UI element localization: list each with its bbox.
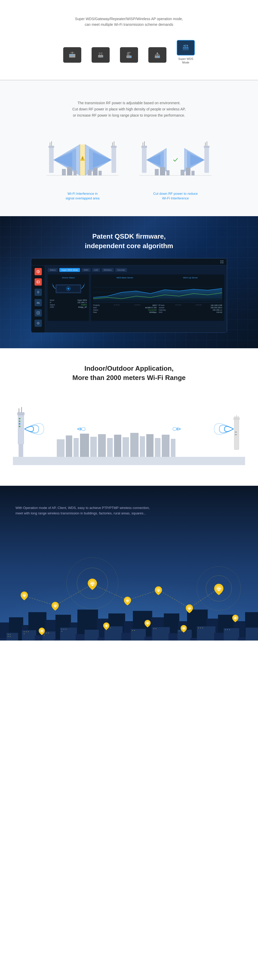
svg-rect-147	[145, 636, 153, 641]
svg-rect-94	[98, 434, 106, 457]
rf-diagram-1-svg: !	[46, 132, 119, 188]
sidebar-dot-3	[35, 289, 42, 296]
repeater-mode-icon-box	[92, 47, 110, 63]
sidebar-dot-5	[35, 309, 42, 317]
svg-rect-54	[160, 167, 165, 175]
svg-rect-40	[73, 170, 76, 175]
svg-rect-104	[13, 457, 245, 465]
svg-rect-99	[140, 436, 145, 457]
ui-corner-icon	[220, 260, 224, 264]
svg-rect-25	[185, 48, 186, 48]
svg-rect-92	[80, 434, 89, 457]
svg-rect-1	[70, 55, 71, 56]
svg-rect-101	[155, 438, 161, 457]
svg-point-200	[189, 609, 190, 610]
svg-rect-180	[156, 628, 156, 629]
svg-rect-97	[123, 437, 129, 457]
svg-rect-177	[132, 630, 133, 631]
svg-rect-152	[197, 626, 215, 641]
sidebar-dot-4	[35, 299, 42, 306]
svg-rect-96	[114, 435, 121, 457]
svg-rect-163	[28, 632, 29, 632]
ui-main-area: Device Status	[48, 274, 224, 321]
svg-rect-13	[127, 53, 129, 56]
svg-rect-57	[186, 168, 190, 175]
sidebar-icon-3	[37, 291, 40, 294]
svg-point-194	[92, 585, 93, 586]
wds-updata-row-2: Subnet255.255.255.0	[159, 307, 222, 309]
wisp-mode-icon-box	[120, 47, 138, 63]
svg-point-87	[19, 423, 21, 425]
svg-rect-166	[46, 633, 47, 633]
mode-item-super-wds: Super WDSMode	[173, 38, 199, 65]
svg-rect-95	[107, 438, 113, 457]
city-svg	[0, 550, 258, 641]
svg-rect-55	[166, 170, 169, 175]
svg-rect-160	[10, 636, 11, 636]
svg-rect-171	[65, 629, 66, 629]
svg-rect-140	[60, 628, 77, 641]
sidebar-dot-6	[35, 320, 42, 327]
svg-rect-169	[61, 629, 62, 629]
sidebar-dot-2	[35, 278, 42, 286]
range-svg	[13, 393, 245, 465]
svg-rect-0	[69, 54, 75, 57]
svg-rect-179	[153, 628, 154, 629]
svg-rect-175	[110, 628, 111, 628]
svg-point-88	[19, 426, 21, 427]
svg-rect-93	[90, 437, 97, 457]
rf-diagram-1: ! Wi-Fi Interference insignal overlapped…	[46, 132, 119, 201]
svg-rect-178	[134, 630, 135, 631]
svg-rect-53	[155, 169, 159, 175]
ap-icon	[153, 50, 162, 60]
svg-rect-103	[171, 439, 175, 457]
svg-point-18	[157, 52, 158, 53]
svg-rect-185	[202, 628, 203, 628]
section4-title: Indoor/Outdoor Application,More than 200…	[10, 364, 248, 383]
section2-subtitle: The transmission RF power is adjustable …	[21, 100, 237, 118]
svg-rect-20	[183, 47, 189, 50]
svg-rect-184	[200, 628, 201, 628]
sidebar-icon-4	[37, 301, 40, 304]
wds-data-row-2: MACAA:BB:CC:DD	[93, 307, 157, 309]
rf-diagram-2: Cut down RF power to reduceWi-Fi Interfe…	[139, 132, 212, 201]
svg-point-204	[41, 632, 42, 633]
svg-rect-137	[35, 635, 44, 641]
svg-rect-159	[8, 636, 8, 636]
svg-rect-153	[214, 633, 225, 641]
ui-nav-pills: Status Super WDS Mode WAN LAN Wireless S…	[48, 268, 224, 272]
repeater-icon	[96, 50, 105, 60]
svg-rect-142	[84, 630, 99, 641]
svg-rect-154	[224, 628, 239, 641]
svg-rect-63	[222, 262, 223, 263]
ui-topbar	[31, 258, 227, 266]
wds-data-row-3: StatusConnected	[93, 309, 157, 311]
svg-rect-16	[155, 56, 160, 58]
svg-rect-168	[44, 635, 45, 635]
range-visual	[10, 393, 248, 465]
super-wds-mode-label: Super WDSMode	[178, 57, 193, 65]
svg-rect-10	[99, 56, 100, 57]
wds-data-row-4: Rate300Mbps	[93, 311, 157, 313]
svg-rect-141	[76, 634, 86, 641]
data-row-mode: ModeSuper WDS	[50, 299, 87, 301]
svg-rect-172	[61, 631, 62, 632]
mode-item-wisp	[116, 47, 142, 64]
svg-rect-60	[220, 260, 221, 262]
svg-rect-155	[238, 638, 247, 641]
rf-diagram-1-caption: Wi-Fi Interference insignal overlapped a…	[65, 191, 100, 201]
svg-point-59	[172, 156, 179, 164]
svg-rect-164	[24, 633, 24, 634]
svg-rect-187	[227, 629, 228, 630]
svg-rect-15	[130, 56, 131, 57]
svg-rect-62	[220, 262, 221, 263]
ui-right-panel: WDS Base Server WDS Up Server	[91, 274, 224, 321]
svg-rect-3	[73, 55, 74, 56]
svg-rect-98	[130, 433, 139, 457]
mode-icons-container: Super WDSMode	[21, 38, 237, 65]
svg-rect-110	[235, 431, 237, 433]
svg-rect-145	[121, 633, 132, 641]
svg-rect-24	[183, 48, 185, 48]
svg-point-85	[19, 418, 21, 420]
ui-left-panel: Device Status	[48, 274, 89, 321]
